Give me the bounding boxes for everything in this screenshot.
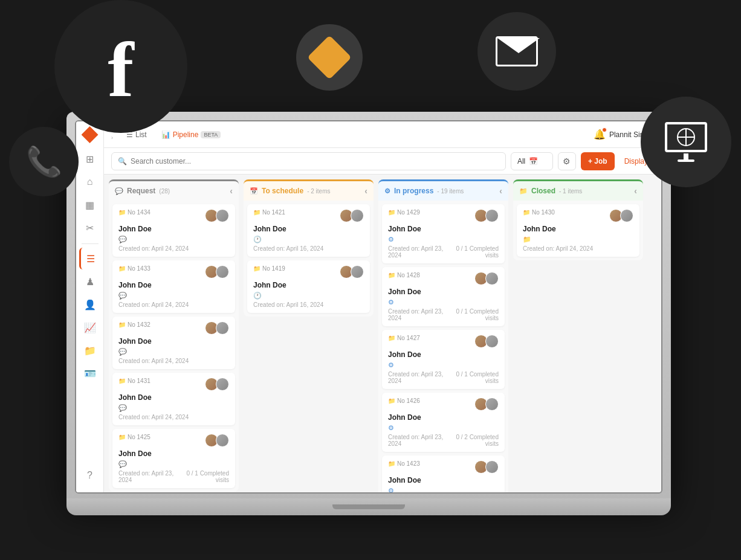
folder-icon: 📁: [388, 335, 395, 341]
laptop-shell: ⊞ ⌂ ▦ ✂ ☰ ♟ 👤 📈 📁 🪪 ?: [66, 112, 671, 498]
sidebar-item-person[interactable]: ♟: [79, 271, 101, 292]
sidebar-item-idcard[interactable]: 🪪: [79, 362, 101, 384]
table-row[interactable]: 📁 No 1426John Doe⚙Created on: April 23, …: [382, 393, 505, 452]
notification-bell[interactable]: 🔔: [594, 129, 606, 140]
sidebar-item-help[interactable]: ?: [79, 465, 101, 486]
avatar: [216, 321, 229, 335]
sidebar-item-list[interactable]: ☰: [79, 248, 101, 269]
col-cards-in-progress: 📁 No 1429John Doe⚙Created on: April 23, …: [378, 201, 508, 492]
search-input[interactable]: [131, 157, 499, 166]
table-row[interactable]: 📁 No 1421John Doe🕐Created on: April 16, …: [247, 204, 370, 257]
sidebar-item-home[interactable]: ⌂: [79, 171, 101, 193]
add-job-button[interactable]: + Job: [581, 152, 615, 170]
table-row[interactable]: 📁 No 1431John Doe💬Created on: April 24, …: [112, 373, 235, 425]
notification-dot: [602, 127, 607, 132]
col-header-to-schedule: 📅To schedule- 2 items‹: [244, 179, 374, 201]
avatar: [620, 209, 633, 222]
col-cards-request: 📁 No 1434John Doe💬Created on: April 24, …: [109, 201, 239, 492]
table-row[interactable]: 📁 No 1419John Doe🕐Created on: April 16, …: [247, 260, 370, 313]
folder-icon: 📁: [523, 209, 530, 216]
col-label-request: Request: [127, 187, 155, 195]
table-row[interactable]: 📁 No 1423John Doe⚙Created on: April 18, …: [382, 455, 505, 492]
top-nav: ‹ › ☰ List 📊 Pipeline BETA: [104, 121, 661, 148]
status-closed-icon: 📁: [523, 236, 531, 243]
facebook-icon: f: [54, 0, 187, 133]
status-bubble-icon: 💬: [118, 348, 127, 355]
main-content: ‹ › ☰ List 📊 Pipeline BETA: [104, 121, 661, 492]
folder-icon: 📁: [388, 460, 395, 467]
filter-button[interactable]: ⚙: [558, 152, 576, 170]
avatar: [216, 265, 229, 278]
sidebar-item-users[interactable]: 👤: [79, 294, 101, 315]
laptop-screen: ⊞ ⌂ ▦ ✂ ☰ ♟ 👤 📈 📁 🪪 ?: [75, 120, 662, 494]
col-label-closed: Closed: [531, 187, 555, 195]
card-created-date: Created on: April 24, 2024: [118, 301, 189, 308]
sidebar-item-calendar[interactable]: ▦: [79, 194, 101, 216]
sidebar-item-folder[interactable]: 📁: [79, 340, 101, 361]
avatar: [351, 209, 364, 222]
card-created-date: Created on: April 16, 2024: [253, 301, 323, 308]
avatar: [485, 335, 499, 348]
table-row[interactable]: 📁 No 1429John Doe⚙Created on: April 23, …: [382, 204, 505, 263]
col-count-to-schedule: - 2 items: [307, 188, 330, 195]
table-row[interactable]: 📁 No 1425John Doe💬Created on: April 23, …: [112, 429, 235, 488]
table-row[interactable]: 📁 No 1432John Doe💬Created on: April 24, …: [112, 317, 235, 369]
status-progress-icon: ⚙: [388, 487, 394, 492]
table-row[interactable]: 📁 No 1428John Doe⚙Created on: April 23, …: [382, 267, 505, 326]
avatar: [485, 272, 499, 285]
card-created-date: Created on: April 23, 2024: [118, 470, 179, 483]
table-row[interactable]: 📁 No 1433John Doe💬Created on: April 24, …: [112, 260, 235, 313]
kanban-col-request: 💬Request(28)‹📁 No 1434John Doe💬Created o…: [109, 179, 239, 492]
col-collapse-to-schedule[interactable]: ‹: [364, 186, 367, 196]
card-created-date: Created on: April 23, 2024: [388, 434, 448, 447]
card-visits: 0 / 1 Completed visits: [448, 308, 499, 321]
nav-forward-arrow[interactable]: ›: [111, 135, 113, 141]
col-header-request: 💬Request(28)‹: [109, 179, 239, 201]
sidebar-item-grid[interactable]: ⊞: [79, 148, 101, 170]
kanban-board: 💬Request(28)‹📁 No 1434John Doe💬Created o…: [104, 175, 661, 492]
table-row[interactable]: 📁 No 1430John Doe📁Created on: April 24, …: [517, 204, 639, 257]
col-icon-to-schedule: 📅: [250, 187, 258, 195]
avatar: [351, 265, 364, 278]
col-count-in-progress: - 19 items: [437, 188, 464, 195]
col-label-to-schedule: To schedule: [262, 187, 303, 195]
table-row[interactable]: 📁 No 1434John Doe💬Created on: April 24, …: [112, 204, 235, 257]
tab-pipeline[interactable]: 📊 Pipeline BETA: [155, 128, 227, 141]
status-bubble-icon: 💬: [118, 404, 127, 411]
date-filter[interactable]: All 📅: [511, 152, 553, 170]
card-created-date: Created on: April 24, 2024: [118, 414, 189, 420]
status-bubble-icon: 💬: [118, 236, 127, 243]
table-row[interactable]: 📁 No 1427John Doe⚙Created on: April 23, …: [382, 330, 505, 389]
folder-icon: 📁: [118, 434, 126, 440]
status-schedule-icon: 🕐: [253, 236, 262, 243]
search-box: 🔍: [111, 152, 506, 170]
sidebar-item-chart[interactable]: 📈: [79, 317, 101, 338]
col-cards-closed: 📁 No 1430John Doe📁Created on: April 24, …: [513, 201, 643, 260]
card-created-date: Created on: April 23, 2024: [388, 371, 448, 384]
folder-icon: 📁: [118, 378, 126, 384]
col-collapse-request[interactable]: ‹: [230, 186, 233, 196]
laptop-base: [66, 498, 671, 515]
avatar: [485, 397, 499, 411]
col-collapse-in-progress[interactable]: ‹: [499, 186, 502, 196]
sidebar: ⊞ ⌂ ▦ ✂ ☰ ♟ 👤 📈 📁 🪪 ?: [76, 121, 104, 492]
card-created-date: Created on: April 24, 2024: [118, 358, 189, 364]
app-container: ⊞ ⌂ ▦ ✂ ☰ ♟ 👤 📈 📁 🪪 ?: [76, 121, 661, 492]
avatar: [485, 460, 499, 474]
pipeline-icon: 📊: [161, 130, 170, 139]
sidebar-divider: [82, 243, 99, 244]
col-cards-to-schedule: 📁 No 1421John Doe🕐Created on: April 16, …: [244, 201, 374, 317]
toolbar: 🔍 All 📅 ⚙ + Job: [104, 148, 661, 175]
card-created-date: Created on: April 23, 2024: [388, 245, 448, 259]
calendar-icon: 📅: [529, 157, 538, 166]
col-count-closed: - 1 items: [559, 188, 582, 195]
col-collapse-closed[interactable]: ‹: [634, 186, 637, 196]
sidebar-item-tools[interactable]: ✂: [79, 217, 101, 239]
laptop-container: ⊞ ⌂ ▦ ✂ ☰ ♟ 👤 📈 📁 🪪 ?: [66, 112, 671, 535]
diamond-icon: [296, 24, 363, 91]
folder-icon: 📁: [118, 321, 126, 328]
status-schedule-icon: 🕐: [253, 292, 262, 299]
avatar: [216, 434, 229, 447]
avatar: [485, 209, 499, 222]
col-icon-in-progress: ⚙: [384, 187, 390, 195]
